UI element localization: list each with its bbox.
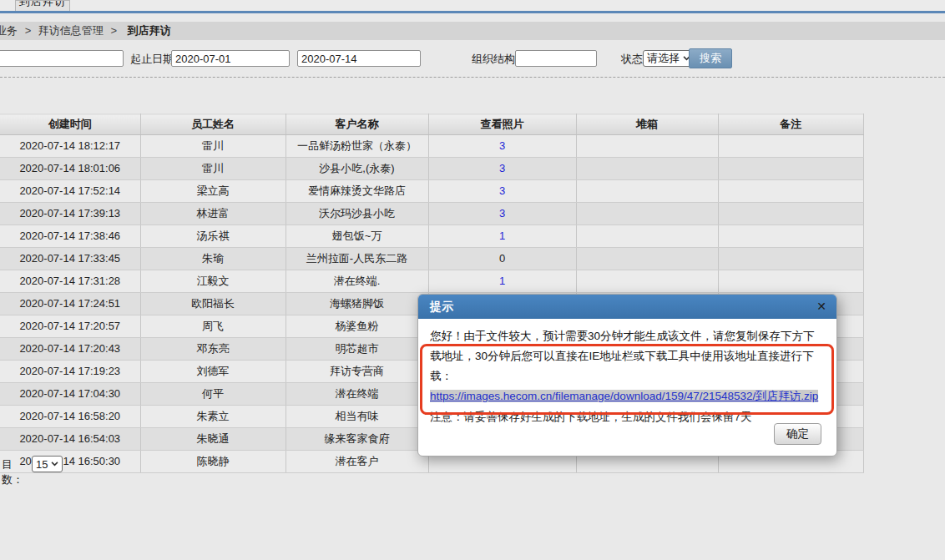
top-strip: 到店拜访 [0, 0, 945, 13]
create-time-cell: 2020-07-14 18:01:06 [0, 158, 140, 180]
page-size-label: 目数： [2, 457, 23, 487]
page: 到店拜访 业务 > 拜访信息管理 > 到店拜访 起止日期 组织结构 状态 请选择… [0, 0, 945, 560]
status-label: 状态 [621, 48, 643, 70]
create-time-cell: 2020-07-14 17:31:28 [0, 270, 140, 293]
view-photos-link[interactable]: 3 [499, 162, 505, 174]
dialog-header: 提示 ✕ [418, 295, 836, 319]
stack-box-cell [576, 180, 718, 203]
create-time-cell: 2020-07-14 17:33:45 [0, 248, 140, 270]
customer-cell: 潜在客户 [286, 451, 428, 473]
employee-cell: 雷川 [140, 158, 286, 180]
column-header: 创建时间 [0, 114, 140, 135]
module-tab-label: 到店拜访 [16, 0, 69, 9]
customer-cell: 明芯超市 [286, 338, 428, 361]
customer-cell: 相当有味 [286, 406, 428, 428]
customer-cell: 拜访专营商 [286, 361, 428, 383]
view-photos-link[interactable]: 3 [499, 184, 505, 197]
date-from-input[interactable] [171, 50, 290, 67]
create-time-cell: 2020-07-14 17:39:13 [0, 203, 140, 225]
customer-cell: 潜在终端. [286, 270, 428, 293]
employee-cell: 朱素立 [140, 406, 286, 428]
notice-dialog: 提示 ✕ 您好！由于文件较大，预计需要30分钟才能生成该文件，请您复制保存下方下… [417, 294, 837, 457]
employee-cell: 江毅文 [140, 270, 286, 293]
view-photos-link[interactable]: 1 [499, 230, 505, 242]
remark-cell [718, 248, 863, 270]
stack-box-cell [576, 248, 718, 270]
table-row: 2020-07-14 17:31:28江毅文潜在终端.1 [0, 270, 863, 293]
create-time-cell: 2020-07-14 16:54:03 [0, 428, 140, 451]
customer-cell: 沃尔玛沙县小吃 [286, 203, 428, 225]
customer-cell: 潜在终端 [286, 383, 428, 406]
breadcrumb-item[interactable]: 业务 [0, 24, 18, 37]
module-tab[interactable]: 到店拜访 [15, 0, 70, 11]
breadcrumb: 业务 > 拜访信息管理 > 到店拜访 [0, 22, 945, 40]
employee-cell: 邓东亮 [140, 338, 286, 361]
view-photos-cell: 0 [428, 248, 576, 270]
table-row: 2020-07-14 18:01:06雷川沙县小吃,(永泰)3 [0, 158, 863, 180]
close-icon[interactable]: ✕ [816, 295, 826, 319]
customer-cell: 爱情麻辣烫文华路店 [286, 180, 428, 203]
create-time-cell: 2020-07-14 18:12:17 [0, 135, 140, 158]
employee-cell: 雷川 [140, 135, 286, 158]
breadcrumb-separator: > [25, 24, 32, 37]
dashed-divider [0, 77, 945, 78]
keyword-input[interactable] [0, 50, 124, 67]
customer-cell: 缘来客家食府 [286, 428, 428, 451]
view-photos-cell: 3 [428, 180, 576, 203]
column-header: 员工姓名 [140, 114, 286, 135]
ok-button[interactable]: 确定 [774, 423, 821, 445]
stack-box-cell [576, 203, 718, 225]
stack-box-cell [576, 225, 718, 248]
status-select[interactable]: 请选择 [643, 50, 695, 67]
customer-cell: 翅包饭~万 [286, 225, 428, 248]
table-row: 2020-07-14 17:52:14梁立高爱情麻辣烫文华路店3 [0, 180, 863, 203]
employee-cell: 梁立高 [140, 180, 286, 203]
dialog-note: 注意：请妥善保存好生成的下载地址，生成的文件我们会保留7天 [430, 410, 825, 422]
search-button[interactable]: 搜索 [689, 48, 732, 68]
date-range-label: 起止日期 [130, 48, 174, 70]
customer-cell: 海螺猪脚饭 [286, 293, 428, 315]
page-size-value: 15 [36, 458, 48, 471]
view-photos-link[interactable]: 3 [499, 207, 505, 219]
view-photos-link[interactable]: 3 [499, 139, 505, 152]
breadcrumb-separator: > [110, 24, 117, 37]
remark-cell [718, 270, 863, 293]
dialog-message: 您好！由于文件较大，预计需要30分钟才能生成该文件，请您复制保存下方下载地址，3… [430, 326, 825, 386]
remark-cell [718, 203, 863, 225]
create-time-cell: 2020-07-14 17:38:46 [0, 225, 140, 248]
create-time-cell: 2020-07-14 17:20:57 [0, 315, 140, 338]
employee-cell: 欧阳福长 [140, 293, 286, 315]
remark-cell [718, 180, 863, 203]
dialog-body: 您好！由于文件较大，预计需要30分钟才能生成该文件，请您复制保存下方下载地址，3… [418, 320, 836, 422]
customer-cell: 杨婆鱼粉 [286, 315, 428, 338]
org-label: 组织结构 [472, 48, 515, 70]
column-header: 备注 [718, 114, 863, 135]
column-header: 查看照片 [428, 114, 576, 135]
create-time-cell: 2020-07-14 17:04:30 [0, 383, 140, 406]
date-to-input[interactable] [297, 50, 421, 67]
breadcrumb-item[interactable]: 拜访信息管理 [38, 24, 104, 37]
status-select-value: 请选择 [647, 51, 680, 66]
view-photos-cell: 3 [428, 158, 576, 180]
view-photos-cell: 1 [428, 225, 576, 248]
breadcrumb-current: 到店拜访 [128, 24, 171, 37]
create-time-cell: 2020-07-14 17:52:14 [0, 180, 140, 203]
org-input[interactable] [515, 50, 597, 67]
employee-cell: 刘德军 [140, 361, 286, 383]
view-photos-link[interactable]: 1 [499, 275, 505, 287]
remark-cell [718, 135, 863, 158]
view-photos-cell: 3 [428, 203, 576, 225]
download-link[interactable]: https://images.hecom.cn/filemanage/downl… [430, 390, 818, 402]
photo-count: 0 [499, 252, 505, 265]
remark-cell [718, 158, 863, 180]
dialog-title: 提示 [430, 295, 453, 319]
employee-cell: 汤乐祺 [140, 225, 286, 248]
stack-box-cell [576, 158, 718, 180]
table-row: 2020-07-14 17:39:13林进富沃尔玛沙县小吃3 [0, 203, 863, 225]
employee-cell: 林进富 [140, 203, 286, 225]
table-header-row: 创建时间员工姓名客户名称查看照片堆箱备注 [0, 114, 863, 135]
page-size-select[interactable]: 15 [32, 456, 63, 472]
stack-box-cell [576, 135, 718, 158]
filter-bar: 起止日期 组织结构 状态 请选择 搜索 [0, 48, 945, 72]
create-time-cell: 2020-07-14 17:20:43 [0, 338, 140, 361]
